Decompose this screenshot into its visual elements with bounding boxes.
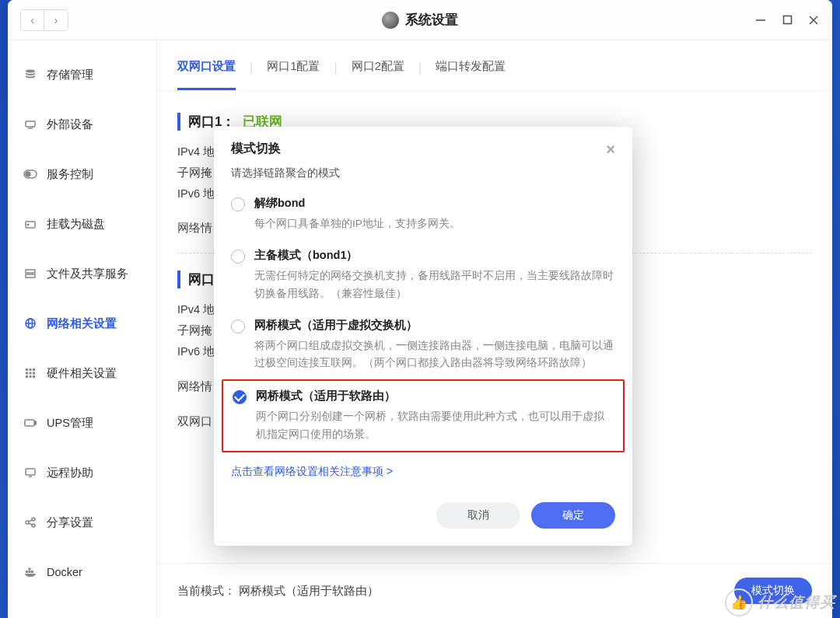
svg-rect-19 [26, 372, 28, 375]
sidebar-item-label: 文件及共享服务 [47, 267, 128, 281]
globe-icon [23, 316, 37, 330]
mode-switch-modal: 模式切换 × 请选择链路聚合的模式 解绑bond 每个网口具备单独的IP地址，支… [214, 127, 632, 546]
svg-rect-17 [30, 368, 32, 371]
option-bridge-softroute[interactable]: 网桥模式（适用于软路由） 两个网口分别创建一个网桥，软路由需要使用此种方式，也可… [222, 379, 625, 452]
modal-close-button[interactable]: × [606, 141, 615, 157]
tab-port1[interactable]: 网口1配置 [267, 59, 320, 90]
option-title: 网桥模式（适用于软路由） [256, 389, 614, 403]
current-mode-value: 网桥模式（适用于软路由） [239, 584, 379, 599]
radio-icon [231, 319, 245, 333]
sidebar-item-label: 挂载为磁盘 [47, 217, 105, 232]
radio-icon [231, 197, 245, 211]
svg-rect-20 [30, 372, 32, 375]
sidebar-item-sharing[interactable]: 分享设置 [8, 498, 156, 547]
stack-icon [23, 68, 37, 82]
svg-rect-24 [33, 375, 35, 378]
monitor-icon [23, 466, 37, 480]
docker-icon [23, 565, 37, 579]
sidebar-item-storage[interactable]: 存储管理 [8, 50, 156, 100]
sidebar-item-ups[interactable]: UPS管理 [8, 398, 156, 448]
cancel-button[interactable]: 取消 [436, 502, 520, 529]
option-title: 解绑bond [254, 196, 615, 211]
option-title: 主备模式（bond1） [254, 248, 615, 263]
sidebar-item-label: Docker [47, 566, 82, 578]
sidebar-item-label: 远程协助 [47, 466, 93, 480]
radio-icon [231, 250, 245, 264]
sidebar-item-label: 硬件相关设置 [47, 366, 117, 381]
device-icon [23, 117, 37, 131]
sidebar-item-mount[interactable]: 挂载为磁盘 [8, 199, 156, 249]
svg-rect-18 [33, 368, 35, 371]
svg-rect-12 [26, 274, 35, 278]
sidebar-item-share[interactable]: 文件及共享服务 [8, 249, 156, 299]
modal-title: 模式切换 [231, 141, 281, 157]
svg-rect-34 [26, 571, 28, 573]
titlebar: ‹ › 系统设置 [8, 0, 832, 40]
sidebar-item-label: 网络相关设置 [47, 316, 117, 331]
modal-subtitle: 请选择链路聚合的模式 [214, 166, 632, 188]
svg-point-30 [32, 518, 35, 521]
option-desc: 将两个网口组成虚拟交换机，一侧连接路由器，一侧连接电脑，电脑可以通过极空间连接互… [254, 337, 615, 372]
grid-icon [23, 366, 37, 380]
option-desc: 每个网口具备单独的IP地址，支持多网关。 [254, 215, 615, 232]
svg-point-31 [32, 524, 35, 527]
minimize-button[interactable] [754, 14, 767, 26]
nav-back-button[interactable]: ‹ [21, 10, 44, 30]
radio-checked-icon [233, 390, 247, 404]
svg-rect-36 [31, 571, 33, 573]
sidebar-item-external[interactable]: 外部设备 [8, 100, 156, 149]
modal-help-link[interactable]: 点击查看网络设置相关注意事项 > [214, 452, 632, 485]
sidebar-item-label: 服务控制 [47, 167, 93, 182]
window-title-wrap: 系统设置 [382, 11, 458, 29]
option-bond1[interactable]: 主备模式（bond1） 无需任何特定的网络交换机支持，备用线路平时不启用，当主要… [222, 240, 625, 310]
sidebar-item-hardware[interactable]: 硬件相关设置 [8, 348, 156, 398]
sidebar-item-docker[interactable]: Docker [8, 547, 156, 597]
svg-rect-5 [26, 121, 35, 127]
nav-arrows: ‹ › [20, 9, 68, 31]
svg-rect-16 [26, 368, 28, 371]
tab-dual-port[interactable]: 双网口设置 [177, 59, 236, 90]
option-title: 网桥模式（适用于虚拟交换机） [254, 318, 615, 333]
svg-point-10 [27, 224, 29, 225]
option-unbind[interactable]: 解绑bond 每个网口具备单独的IP地址，支持多网关。 [222, 188, 625, 240]
tab-port2[interactable]: 网口2配置 [352, 59, 404, 90]
sidebar-item-network[interactable]: 网络相关设置 [8, 299, 156, 348]
disk-icon [23, 217, 37, 231]
svg-rect-27 [26, 469, 35, 475]
toggle-icon [23, 167, 37, 181]
svg-rect-23 [30, 375, 32, 378]
svg-line-32 [29, 520, 32, 522]
mode-switch-button[interactable]: 模式切换 [734, 578, 812, 604]
nav-forward-button[interactable]: › [44, 10, 68, 30]
option-bridge-vswitch[interactable]: 网桥模式（适用于虚拟交换机） 将两个网口组成虚拟交换机，一侧连接路由器，一侧连接… [222, 310, 625, 380]
sidebar-item-label: UPS管理 [47, 416, 93, 431]
sidebar-item-label: 分享设置 [47, 515, 93, 530]
sidebar-item-service[interactable]: 服务控制 [8, 149, 156, 199]
sidebar: 存储管理 外部设备 服务控制 挂载为磁盘 [8, 40, 157, 618]
svg-rect-1 [783, 16, 791, 24]
maximize-button[interactable] [781, 14, 793, 26]
sidebar-item-label: 存储管理 [47, 68, 93, 82]
svg-rect-37 [29, 568, 31, 571]
svg-rect-35 [29, 571, 31, 573]
tab-port-forward[interactable]: 端口转发配置 [436, 59, 506, 90]
footer-bar: 当前模式： 网桥模式（适用于软路由） 模式切换 [157, 563, 832, 618]
sidebar-item-label: 外部设备 [47, 117, 93, 132]
share-icon [23, 515, 37, 529]
confirm-button[interactable]: 确定 [531, 502, 615, 529]
svg-point-4 [26, 70, 35, 73]
svg-rect-25 [25, 420, 34, 426]
close-button[interactable] [807, 14, 820, 26]
svg-rect-21 [33, 372, 35, 375]
svg-point-29 [26, 521, 29, 524]
svg-rect-11 [26, 270, 35, 273]
option-desc: 无需任何特定的网络交换机支持，备用线路平时不启用，当主要线路故障时切换备用线路。… [254, 267, 615, 302]
option-desc: 两个网口分别创建一个网桥，软路由需要使用此种方式，也可以用于虚拟机指定网口使用的… [256, 408, 614, 443]
svg-rect-26 [35, 421, 37, 424]
sidebar-item-remote[interactable]: 远程协助 [8, 448, 156, 498]
tabs: 双网口设置 | 网口1配置 | 网口2配置 | 端口转发配置 [157, 40, 832, 91]
battery-icon [23, 416, 37, 430]
window-title: 系统设置 [405, 11, 458, 29]
folder-share-icon [23, 267, 37, 281]
svg-point-8 [26, 172, 30, 176]
